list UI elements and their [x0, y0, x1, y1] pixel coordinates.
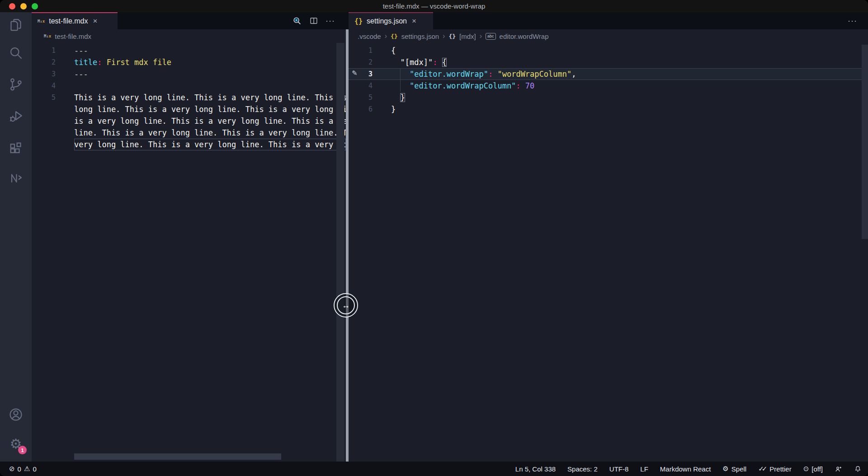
record-icon: ⊙ — [803, 465, 809, 473]
spell-checker[interactable]: ⚙ Spell — [722, 465, 746, 473]
activity-bar: ⚙ 1 — [0, 12, 32, 462]
line-content — [74, 80, 346, 92]
code-line[interactable]: 4 — [32, 80, 346, 92]
code-line-wrapped[interactable]: long line. This is a very long line. Thi… — [32, 103, 346, 115]
breadcrumb-folder[interactable]: .vscode — [358, 33, 381, 40]
line-content: "editor.wordWrap": "wordWrapColumn", — [391, 68, 868, 80]
code-line[interactable]: 5 This is a very long line. This is a ve… — [32, 92, 346, 103]
code-line[interactable]: 3 --- — [32, 68, 346, 80]
line-number: 1 — [349, 45, 391, 56]
pencil-edit-icon[interactable]: ✎ — [352, 69, 358, 77]
breadcrumb-scope[interactable]: [mdx] — [459, 33, 476, 40]
line-number: 6 — [349, 103, 391, 115]
line-number: 2 — [349, 56, 391, 68]
chevron-icon: › — [443, 32, 445, 40]
code-line[interactable]: 2 "[mdx]": { — [349, 56, 868, 68]
close-tab-icon[interactable]: × — [92, 17, 99, 26]
run-debug-icon[interactable] — [8, 108, 24, 124]
more-actions-icon[interactable]: ··· — [848, 16, 857, 26]
line-number: 4 — [349, 80, 391, 92]
extensions-icon[interactable] — [8, 140, 24, 157]
code-line[interactable]: 5 } — [349, 92, 868, 103]
tab-label: test-file.mdx — [49, 17, 88, 25]
line-content: "editor.wordWrapColumn": 70 — [391, 80, 868, 92]
breadcrumb-property[interactable]: editor.wordWrap — [500, 33, 549, 40]
line-content: } — [391, 103, 868, 115]
feedback-icon[interactable] — [835, 465, 842, 473]
account-icon[interactable] — [8, 406, 24, 423]
tab-bar-left: M↓x test-file.mdx × — [32, 12, 346, 29]
code-line-wrapped[interactable]: is a very long line. This is a very long… — [32, 115, 346, 127]
code-line[interactable]: 2 title: First mdx file — [32, 56, 346, 68]
resize-drag-cursor: ↔ — [334, 293, 358, 317]
code-line-wrapped-current[interactable]: very long line. This is a very long line… — [32, 139, 346, 150]
line-content: line. This is a very long line. This is … — [74, 127, 346, 139]
indentation-setting[interactable]: Spaces: 2 — [567, 465, 598, 473]
warnings-icon: ⚠ — [24, 465, 30, 473]
code-line-wrapped[interactable]: line. This is a very long line. This is … — [32, 127, 346, 139]
tab-test-file-mdx[interactable]: M↓x test-file.mdx × — [32, 12, 118, 29]
editor-group-left: M↓x test-file.mdx × — [32, 12, 346, 462]
close-window-button[interactable] — [9, 3, 15, 9]
minimize-window-button[interactable] — [20, 3, 27, 9]
json-file-icon: {} — [354, 17, 363, 25]
editor-right[interactable]: 1 { 2 "[mdx]": { 3 "editor.wordWrap": "w… — [349, 43, 868, 462]
explorer-icon[interactable] — [8, 17, 24, 33]
breadcrumb-left[interactable]: M↓x test-file.mdx — [32, 29, 346, 43]
breadcrumb-file[interactable]: test-file.mdx — [55, 33, 91, 40]
line-content: is a very long line. This is a very long… — [74, 115, 346, 127]
editor-actions-right: ··· — [848, 12, 868, 29]
line-content: title: First mdx file — [74, 56, 346, 68]
line-number: 2 — [32, 56, 74, 68]
line-number: 4 — [32, 80, 74, 92]
resize-arrows-icon: ↔ — [337, 296, 355, 314]
settings-gear-icon[interactable]: ⚙ 1 — [8, 436, 24, 452]
code-line[interactable]: 4 "editor.wordWrapColumn": 70 — [349, 80, 868, 92]
search-icon[interactable] — [8, 45, 24, 61]
split-editor-icon[interactable] — [309, 16, 319, 26]
more-actions-icon[interactable]: ··· — [326, 16, 335, 26]
code-line[interactable]: 1 --- — [32, 45, 346, 56]
vertical-scrollbar[interactable] — [336, 43, 344, 462]
line-content: very long line. This is a very long line… — [74, 139, 346, 150]
breadcrumb-right[interactable]: .vscode › {} settings.json › {} [mdx] › … — [349, 29, 868, 43]
code-line[interactable]: 1 { — [349, 45, 868, 56]
editor-group-right: {} settings.json × ··· .vscode › {} sett… — [349, 12, 868, 462]
zoom-window-button[interactable] — [32, 3, 38, 9]
horizontal-scrollbar-thumb[interactable] — [74, 453, 281, 460]
line-content: This is a very long line. This is a very… — [74, 92, 346, 103]
window-title: test-file.mdx — vscode-word-wrap — [0, 2, 868, 10]
encoding-setting[interactable]: UTF-8 — [609, 465, 629, 473]
screencast-toggle[interactable]: ⊙ [off] — [803, 465, 823, 473]
editor-left[interactable]: 1 --- 2 title: First mdx file 3 --- 4 5 — [32, 43, 346, 462]
tab-bar-right: {} settings.json × ··· — [349, 12, 868, 29]
editor-actions-left: ··· — [292, 12, 346, 29]
source-control-icon[interactable] — [8, 76, 24, 93]
line-number — [32, 103, 74, 115]
double-check-icon: ✓✓ — [758, 465, 765, 473]
line-content: } — [391, 92, 868, 103]
line-content: --- — [74, 68, 346, 80]
cursor-position[interactable]: Ln 5, Col 338 — [515, 465, 556, 473]
line-number — [32, 115, 74, 127]
notifications-bell-icon[interactable] — [854, 465, 862, 473]
prettier-formatter[interactable]: ✓✓ Prettier — [758, 465, 792, 473]
code-line[interactable]: 6 } — [349, 103, 868, 115]
line-content: "[mdx]": { — [391, 56, 868, 68]
titlebar: test-file.mdx — vscode-word-wrap — [0, 0, 868, 12]
breadcrumb-file[interactable]: settings.json — [401, 33, 439, 40]
problems-indicator[interactable]: ⊘ 0 ⚠ 0 — [9, 465, 37, 473]
eol-setting[interactable]: LF — [640, 465, 648, 473]
line-number — [32, 127, 74, 139]
string-property-icon: abc — [486, 33, 496, 40]
language-mode[interactable]: Markdown React — [660, 465, 711, 473]
mdx-preview-icon[interactable] — [292, 16, 302, 26]
code-line-current[interactable]: 3 "editor.wordWrap": "wordWrapColumn", — [349, 68, 868, 80]
braces-icon: {} — [448, 33, 456, 40]
n-extension-icon[interactable] — [8, 170, 24, 186]
vertical-scrollbar-thumb[interactable] — [862, 45, 868, 239]
gear-icon: ⚙ — [722, 465, 728, 473]
tab-settings-json[interactable]: {} settings.json × — [349, 12, 433, 29]
close-tab-icon[interactable]: × — [411, 17, 417, 26]
settings-badge: 1 — [18, 446, 27, 454]
